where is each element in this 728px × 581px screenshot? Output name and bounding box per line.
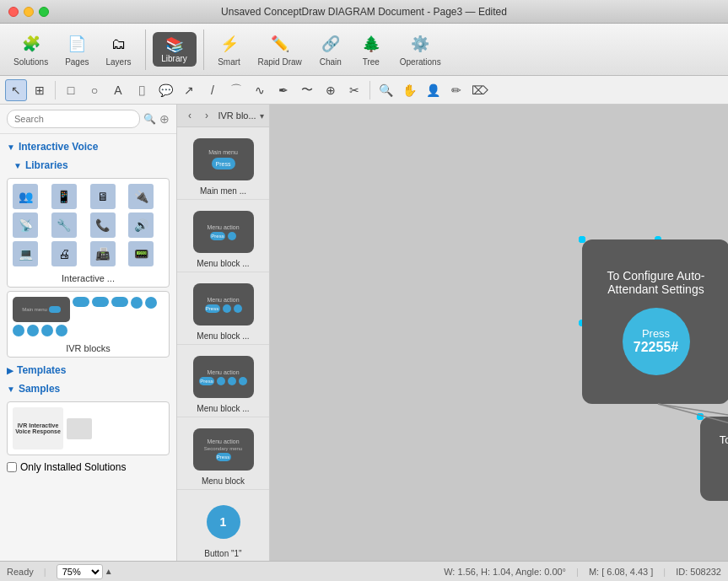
user-tool[interactable]: 👤 <box>422 79 444 101</box>
shape-menu-block-2[interactable]: Menu action Press Menu block ... <box>177 272 269 345</box>
pages-button[interactable]: 📄 Pages <box>58 29 95 70</box>
solutions-button[interactable]: 🧩 Solutions <box>7 29 55 70</box>
ivr-menu-action-4: Menu action Secondary menu Press <box>193 428 254 471</box>
shape-menu-block-3[interactable]: Menu action Press Menu block ... <box>177 345 269 417</box>
configure-circle-btn: Press 72255# <box>623 308 690 375</box>
curve-tool[interactable]: ∿ <box>249 79 271 101</box>
rectangle-tool[interactable]: □ <box>60 79 82 101</box>
lib-icon-12: 📟 <box>128 241 154 266</box>
library-button[interactable]: 📚 Library <box>153 32 197 67</box>
pen-tool[interactable]: ✒ <box>272 79 294 101</box>
samples-label: Samples <box>19 383 60 395</box>
lib-icon-5: 📡 <box>13 212 38 238</box>
search-tool[interactable]: 🔍 <box>375 79 396 101</box>
shape-preview-3: Menu action Press <box>190 279 257 330</box>
review-node[interactable]: To Review Message Press ✛ <box>700 417 728 501</box>
library2-grid: Main menu <box>8 292 169 342</box>
text-frame-tool[interactable]: ⌷ <box>131 79 153 101</box>
only-installed-checkbox[interactable] <box>7 462 17 472</box>
shape-main-menu[interactable]: Main menu Press Main men ... <box>177 127 269 200</box>
library1-name: Interactive ... <box>8 272 169 287</box>
lib-icon-10: 🖨 <box>51 241 77 266</box>
zoom-control[interactable]: 75% 50% 100% 150% ▲ <box>57 564 113 579</box>
interactive-voice-section[interactable]: ▼ Interactive Voice <box>0 137 176 156</box>
pages-label: Pages <box>65 57 89 67</box>
status-ready: Ready <box>7 567 34 577</box>
title-bar: Unsaved ConceptDraw DIAGRAM Document - P… <box>0 0 728 24</box>
pan-tool[interactable]: ✋ <box>398 79 420 101</box>
search-input[interactable] <box>7 110 140 128</box>
middle-panel-header: ‹ › IVR blo... ▾ <box>177 105 269 127</box>
library2-name: IVR blocks <box>8 342 169 357</box>
tools-toolbar: ↖ ⊞ □ ○ A ⌷ 💬 ↗ / ⌒ ∿ ✒ 〜 ⊕ ✂ 🔍 ✋ 👤 ✏ ⌦ <box>0 76 728 105</box>
library1-preview[interactable]: 👥 📱 🖥 🔌 📡 🔧 📞 🔊 💻 🖨 📠 📟 Interactive ... <box>7 178 170 288</box>
select-multi-tool[interactable]: ⊞ <box>29 79 51 101</box>
close-button[interactable] <box>8 7 19 17</box>
configure-node[interactable]: To Configure Auto-Attendant Settings Pre… <box>582 239 728 404</box>
eraser-tool[interactable]: ⌦ <box>469 79 491 101</box>
libraries-section[interactable]: ▼ Libraries <box>0 156 176 175</box>
tool-sep-1 <box>55 81 56 100</box>
pencil-tool[interactable]: ✏ <box>445 79 467 101</box>
ellipse-tool[interactable]: ○ <box>84 79 105 101</box>
dropdown-arrow[interactable]: ▾ <box>260 111 264 121</box>
freehand-tool[interactable]: 〜 <box>296 79 318 101</box>
templates-arrow: ▶ <box>7 366 13 375</box>
zoom-select[interactable]: 75% 50% 100% 150% <box>57 564 103 579</box>
search-icon[interactable]: 🔍 <box>143 113 156 125</box>
select-tool[interactable]: ↖ <box>5 79 27 101</box>
line-tool[interactable]: / <box>202 79 224 101</box>
rapid-draw-icon: ✏️ <box>268 32 292 56</box>
lib-icon-4: 🔌 <box>128 184 154 209</box>
shape-preview-2: Menu action Press <box>190 207 257 257</box>
library2-preview[interactable]: Main menu IVR blocks <box>7 291 170 358</box>
layers-button[interactable]: 🗂 Layers <box>100 29 138 70</box>
clip-tool[interactable]: ✂ <box>343 79 365 101</box>
nav-back-arrow[interactable]: ‹ <box>182 108 197 123</box>
samples-section[interactable]: ▼ Samples <box>0 379 176 398</box>
zoom-up-arrow[interactable]: ▲ <box>105 567 113 576</box>
chain-label: Chain <box>320 57 342 67</box>
shape-button-1[interactable]: 1 Button "1" <box>177 490 269 561</box>
only-installed-item[interactable]: Only Installed Solutions <box>0 459 176 476</box>
shape-label-4: Menu block ... <box>197 404 249 413</box>
shape-menu-block-secondary[interactable]: Menu action Secondary menu Press Menu bl… <box>177 417 269 490</box>
shape-preview-6: 1 <box>190 497 257 547</box>
lib-icon-3: 🖥 <box>90 184 116 209</box>
ivr-button-large: 1 <box>207 505 240 539</box>
rapid-draw-button[interactable]: ✏️ Rapid Draw <box>251 29 309 70</box>
layers-label: Layers <box>106 57 132 67</box>
library-icon: 📚 <box>165 35 184 54</box>
search-options-icon[interactable]: ⊕ <box>159 112 170 126</box>
lib-icon-8: 🔊 <box>128 212 154 238</box>
text-tool[interactable]: A <box>107 79 129 101</box>
tool-sep-2 <box>369 81 370 100</box>
sample-preview[interactable]: IVR Interactive Voice Response <box>7 401 170 455</box>
top-toolbar: 🧩 Solutions 📄 Pages 🗂 Layers 📚 Library ⚡… <box>0 24 728 76</box>
connect-tool[interactable]: ⊕ <box>320 79 342 101</box>
maximize-button[interactable] <box>39 7 49 17</box>
toolbar-separator-2 <box>203 30 204 70</box>
review-title: To Review Message <box>720 433 728 446</box>
only-installed-label: Only Installed Solutions <box>20 461 126 473</box>
minimize-button[interactable] <box>24 7 34 17</box>
smart-button[interactable]: ⚡ Smart <box>211 29 248 70</box>
layers-icon: 🗂 <box>107 32 131 56</box>
configure-title: To Configure Auto-Attendant Settings <box>590 269 721 296</box>
shape-preview-4: Menu action Press <box>190 352 257 402</box>
lib-icon-7: 📞 <box>90 212 116 238</box>
shape-preview-5: Menu action Secondary menu Press <box>190 424 257 475</box>
arc-tool[interactable]: ⌒ <box>225 79 247 101</box>
canvas-area[interactable]: To Configure Auto-Attendant Settings Pre… <box>270 105 728 561</box>
operations-button[interactable]: ⚙️ Operations <box>393 29 448 70</box>
chain-button[interactable]: 🔗 Chain <box>312 29 349 70</box>
tree-button[interactable]: 🌲 Tree <box>353 29 390 70</box>
shape-menu-block-1[interactable]: Menu action Press Menu block ... <box>177 200 269 272</box>
templates-section[interactable]: ▶ Templates <box>0 361 176 379</box>
nav-forward-arrow[interactable]: › <box>199 108 214 123</box>
arrow-tool[interactable]: ↗ <box>178 79 200 101</box>
ivr-main-menu-shape: Main menu Press <box>193 138 254 180</box>
callout-tool[interactable]: 💬 <box>154 79 176 101</box>
samples-arrow: ▼ <box>7 385 15 394</box>
shape-preview-1: Main menu Press <box>190 134 257 185</box>
